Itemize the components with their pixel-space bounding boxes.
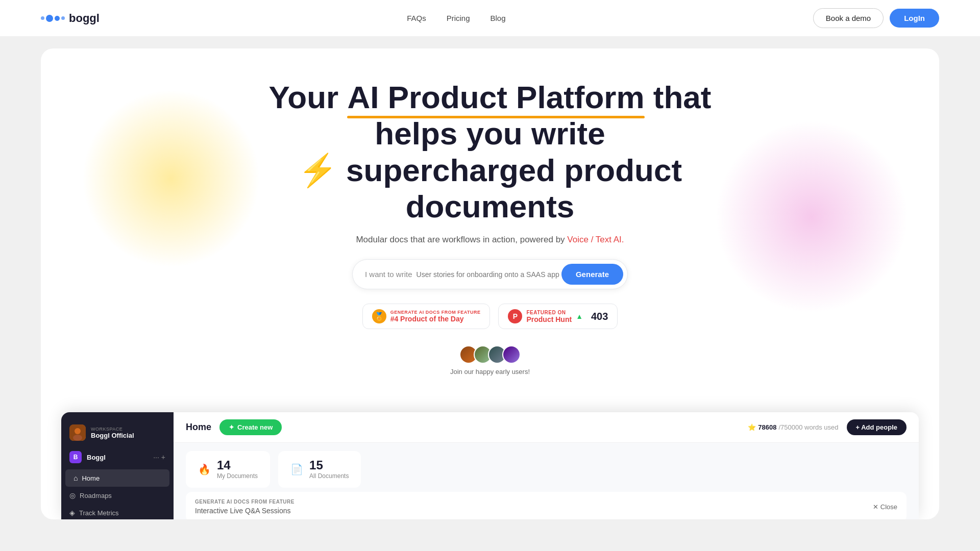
sidebar-workspace-avatar [69, 424, 86, 441]
main-card: Your AI Product Platform that helps you … [41, 48, 939, 519]
badge-featured-product-hunt: P FEATURED ON Product Hunt ▲ 403 [498, 304, 618, 329]
stat-card-my-docs: 🔥 14 My Documents [186, 451, 270, 488]
app-preview: WORKSPACE Boggl Official B Boggl ··· + ⌂… [61, 412, 919, 519]
all-docs-info: 15 All Documents [309, 459, 349, 480]
all-docs-count: 15 [309, 459, 349, 471]
stat-card-all-docs: 📄 15 All Documents [278, 451, 361, 488]
sidebar-product-icon: B [69, 451, 82, 463]
add-people-button[interactable]: + Add people [847, 419, 907, 435]
my-docs-label: My Documents [217, 472, 258, 480]
sidebar-product-actions: ··· + [153, 453, 165, 461]
sidebar-product-add-button[interactable]: + [161, 453, 165, 461]
avatar-4 [502, 345, 521, 364]
roadmaps-icon: ◎ [69, 491, 76, 499]
generate-panel-content: GENERATE AI DOCS FROM FEATURE Interactiv… [195, 499, 295, 515]
sidebar-item-track-metrics[interactable]: ◈ Track Metrics [61, 504, 174, 519]
workspace-name: Boggl Official [91, 432, 134, 439]
badge-gold-icon: 🏅 [372, 309, 386, 323]
my-docs-count: 14 [217, 459, 258, 471]
generate-panel-label: GENERATE AI DOCS FROM FEATURE [195, 499, 295, 505]
book-demo-button[interactable]: Book a demo [813, 8, 884, 28]
sidebar-product-dots-button[interactable]: ··· [153, 453, 159, 461]
svg-point-2 [73, 435, 82, 441]
badges-row: 🏅 GENERATE AI DOCS FROM FEATURE #4 Produ… [92, 304, 888, 329]
workspace-label: WORKSPACE [91, 427, 134, 432]
sidebar-item-home[interactable]: ⌂ Home [65, 469, 169, 487]
my-docs-info: 14 My Documents [217, 459, 258, 480]
sidebar-product: B Boggl ··· + [61, 447, 174, 469]
hero-subtitle: Modular docs that are workflows in actio… [92, 235, 888, 245]
home-icon: ⌂ [74, 474, 78, 482]
badge-1-small: GENERATE AI DOCS FROM FEATURE [390, 310, 481, 315]
words-used-count: 78608 [758, 423, 776, 431]
sidebar-home-label: Home [82, 474, 100, 482]
generate-button[interactable]: Generate [561, 264, 623, 285]
app-header: Home ✦ Create new ⭐ 78608 /750000 words … [174, 412, 919, 443]
hero-title: Your AI Product Platform that helps you … [92, 79, 888, 224]
app-header-left: Home ✦ Create new [186, 419, 282, 435]
generate-panel-value: Interactive Live Q&A Sessions [195, 507, 295, 515]
nav-blog[interactable]: Blog [491, 14, 506, 22]
nav-actions: Book a demo LogIn [813, 8, 939, 28]
hero-voice-link[interactable]: Voice / Text AI. [567, 235, 624, 244]
badge-2-count: 403 [591, 311, 608, 322]
badge-2-label: FEATURED ON Product Hunt [526, 310, 572, 323]
badge-2-small: FEATURED ON [526, 310, 566, 315]
all-docs-label: All Documents [309, 472, 349, 480]
logo-dot-3 [55, 16, 60, 21]
create-new-button[interactable]: ✦ Create new [219, 419, 282, 435]
sidebar-product-name: Boggl [87, 454, 148, 461]
app-home-title: Home [186, 422, 211, 433]
logo-dot-1 [41, 16, 44, 20]
close-label: Close [880, 503, 897, 511]
users-label: Join our happy early users! [450, 368, 530, 375]
all-docs-icon: 📄 [290, 463, 303, 475]
sidebar: WORKSPACE Boggl Official B Boggl ··· + ⌂… [61, 412, 174, 519]
sidebar-track-metrics-label: Track Metrics [79, 509, 119, 517]
badge-2-main: Product Hunt [526, 315, 572, 323]
workspace-avatar-img [69, 424, 86, 441]
users-row: Join our happy early users! [92, 345, 888, 375]
logo-dot-2 [46, 15, 53, 22]
search-bar: I want to write Generate [352, 259, 628, 289]
workspace-info: WORKSPACE Boggl Official [91, 427, 134, 439]
my-docs-icon: 🔥 [198, 463, 211, 475]
nav-faqs[interactable]: FAQs [407, 14, 426, 22]
words-total: /750000 words used [778, 423, 838, 431]
logo-text: boggl [69, 12, 100, 25]
badge-ph-icon: P [508, 309, 522, 323]
badge-product-hunt-day: 🏅 GENERATE AI DOCS FROM FEATURE #4 Produ… [362, 304, 491, 329]
hero-subtitle-prefix: Modular docs that are workflows in actio… [356, 235, 567, 244]
words-used: ⭐ 78608 /750000 words used [748, 423, 838, 431]
search-input[interactable] [416, 270, 561, 279]
track-metrics-icon: ◈ [69, 509, 75, 517]
generate-panel-close-button[interactable]: ✕ Close [873, 503, 897, 511]
sidebar-nav: ⌂ Home ◎ Roadmaps ◈ Track Metrics ◇ Laun… [61, 469, 174, 519]
create-new-icon: ✦ [229, 423, 234, 431]
svg-point-1 [75, 428, 81, 434]
generate-panel: GENERATE AI DOCS FROM FEATURE Interactiv… [186, 492, 906, 519]
app-main: Home ✦ Create new ⭐ 78608 /750000 words … [174, 412, 919, 519]
nav-pricing[interactable]: Pricing [447, 14, 470, 22]
navbar: boggl FAQs Pricing Blog Book a demo LogI… [0, 0, 980, 36]
close-icon: ✕ [873, 503, 878, 511]
search-label: I want to write [365, 270, 412, 279]
logo-icon [41, 15, 65, 22]
login-button[interactable]: LogIn [890, 9, 939, 28]
app-stats: 🔥 14 My Documents 📄 15 All Documents [174, 443, 919, 492]
sidebar-workspace: WORKSPACE Boggl Official [61, 420, 174, 447]
sidebar-item-roadmaps[interactable]: ◎ Roadmaps [61, 487, 174, 504]
hero-section: Your AI Product Platform that helps you … [41, 79, 939, 412]
logo: boggl [41, 12, 100, 25]
hero-title-accent: AI Product Platform [347, 79, 644, 115]
star-icon: ⭐ [748, 423, 756, 431]
badge-1-main: #4 Product of the Day [390, 315, 464, 323]
avatars-group [459, 345, 521, 364]
sidebar-roadmaps-label: Roadmaps [80, 492, 112, 499]
app-header-right: ⭐ 78608 /750000 words used + Add people [748, 419, 906, 435]
create-new-label: Create new [237, 423, 273, 431]
badge-1-label: GENERATE AI DOCS FROM FEATURE #4 Product… [390, 310, 481, 323]
arrow-up-icon: ▲ [576, 312, 583, 320]
logo-dot-4 [61, 16, 65, 20]
nav-links: FAQs Pricing Blog [407, 14, 505, 23]
